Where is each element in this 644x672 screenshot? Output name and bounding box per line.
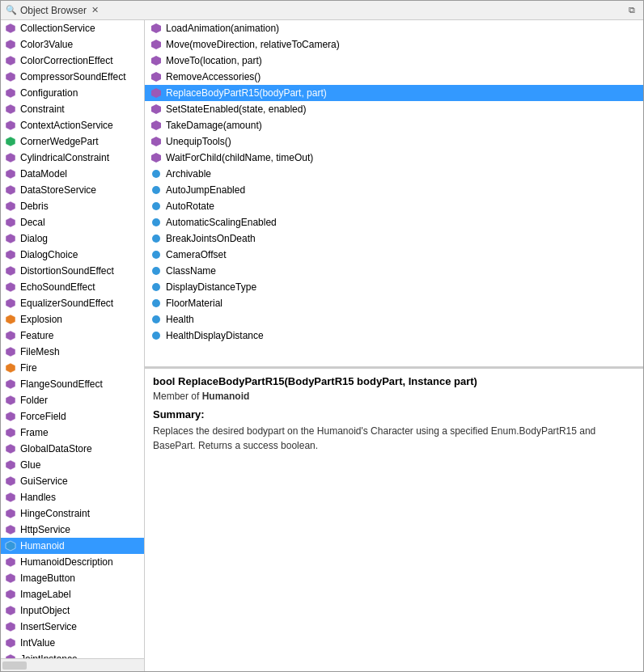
- svg-marker-28: [6, 476, 15, 486]
- class-list-scroll[interactable]: CollectionServiceColor3ValueColorCorrect…: [1, 20, 144, 658]
- undock-button[interactable]: ⧉: [625, 3, 638, 17]
- class-list-item[interactable]: Constraint: [1, 101, 144, 117]
- class-list-item[interactable]: Decal: [1, 214, 144, 230]
- class-list-item[interactable]: HumanoidDescription: [1, 554, 144, 570]
- method-list-item[interactable]: TakeDamage(amount): [145, 117, 643, 133]
- class-list-item[interactable]: IntValue: [1, 635, 144, 651]
- class-list-item[interactable]: Fire: [1, 360, 144, 376]
- method-list-item[interactable]: Move(moveDirection, relativeToCamera): [145, 36, 643, 53]
- left-scroll-thumb[interactable]: [2, 661, 27, 670]
- method-list-item[interactable]: AutoJumpEnabled: [145, 182, 643, 198]
- class-list-item[interactable]: HttpService: [1, 522, 144, 538]
- class-list-item[interactable]: GuiService: [1, 473, 144, 489]
- property-icon: [150, 297, 163, 310]
- svg-point-49: [152, 170, 160, 178]
- class-list-item[interactable]: ContextActionService: [1, 117, 144, 133]
- method-label: WaitForChild(childName, timeOut): [166, 152, 313, 163]
- class-list-item[interactable]: Configuration: [1, 85, 144, 101]
- class-list-item[interactable]: Color3Value: [1, 36, 144, 53]
- class-list-item[interactable]: FileMesh: [1, 344, 144, 360]
- svg-point-53: [152, 235, 160, 243]
- class-list-item[interactable]: Explosion: [1, 311, 144, 328]
- class-list-item[interactable]: EchoSoundEffect: [1, 279, 144, 295]
- method-list-item[interactable]: RemoveAccessories(): [145, 69, 643, 85]
- left-bottom-scrollbar[interactable]: [1, 658, 144, 671]
- svg-marker-18: [6, 315, 15, 324]
- method-list-item[interactable]: Archivable: [145, 166, 643, 182]
- class-list-item[interactable]: HingeConstraint: [1, 505, 144, 522]
- method-list-item[interactable]: UnequipTools(): [145, 133, 643, 150]
- method-label: DisplayDistanceType: [166, 281, 256, 293]
- class-list-item[interactable]: GlobalDataStore: [1, 441, 144, 457]
- property-icon: [150, 167, 163, 180]
- class-label: Dialog: [20, 233, 48, 244]
- method-list-item[interactable]: AutomaticScalingEnabled: [145, 214, 643, 230]
- class-list-item[interactable]: DataModel: [1, 166, 144, 182]
- class-list-item[interactable]: ImageLabel: [1, 586, 144, 602]
- svg-marker-31: [6, 525, 15, 535]
- class-list-item[interactable]: JointInstance: [1, 651, 144, 658]
- svg-point-52: [152, 218, 160, 226]
- class-list-item[interactable]: FlangeSoundEffect: [1, 376, 144, 392]
- svg-marker-45: [151, 104, 161, 114]
- class-list-item[interactable]: Frame: [1, 425, 144, 441]
- svg-marker-26: [6, 444, 15, 454]
- class-icon: [4, 70, 17, 83]
- class-list-item[interactable]: CompressorSoundEffect: [1, 69, 144, 85]
- method-list-item[interactable]: AutoRotate: [145, 198, 643, 214]
- class-list-item[interactable]: Debris: [1, 198, 144, 214]
- window-title: Object Browser: [20, 5, 87, 16]
- method-list-item[interactable]: WaitForChild(childName, timeOut): [145, 150, 643, 166]
- class-label: Frame: [20, 427, 49, 438]
- svg-marker-10: [6, 185, 15, 195]
- class-list-item[interactable]: ImageButton: [1, 570, 144, 586]
- method-label: UnequipTools(): [166, 136, 231, 147]
- class-icon: [4, 54, 17, 67]
- title-bar: 🔍 Object Browser ✕ ⧉: [1, 1, 643, 20]
- class-label: Constraint: [20, 104, 65, 115]
- method-list-item[interactable]: SetStateEnabled(state, enabled): [145, 101, 643, 117]
- method-list-item[interactable]: BreakJointsOnDeath: [145, 230, 643, 247]
- left-panel-inner: CollectionServiceColor3ValueColorCorrect…: [1, 20, 144, 658]
- property-icon: [150, 200, 163, 213]
- class-icon: [4, 636, 17, 649]
- class-list-item[interactable]: DistortionSoundEffect: [1, 263, 144, 279]
- method-list-item[interactable]: ReplaceBodyPartR15(bodyPart, part): [145, 85, 643, 101]
- desc-summary-label: Summary:: [153, 408, 635, 421]
- class-list-item[interactable]: Handles: [1, 489, 144, 505]
- class-list-item[interactable]: DialogChoice: [1, 247, 144, 263]
- class-list-item[interactable]: ColorCorrectionEffect: [1, 53, 144, 69]
- method-list-item[interactable]: HealthDisplayDistance: [145, 328, 643, 344]
- class-list-item[interactable]: Folder: [1, 392, 144, 408]
- method-list-item[interactable]: Health: [145, 311, 643, 328]
- class-list-item[interactable]: ForceField: [1, 408, 144, 425]
- class-list-item[interactable]: Feature: [1, 328, 144, 344]
- class-list-item[interactable]: Dialog: [1, 230, 144, 247]
- method-list-item[interactable]: LoadAnimation(animation): [145, 20, 643, 36]
- class-icon: [4, 459, 17, 471]
- class-list-item[interactable]: Glue: [1, 457, 144, 473]
- method-list-item[interactable]: CameraOffset: [145, 247, 643, 263]
- property-icon: [150, 329, 163, 342]
- class-icon: [4, 281, 17, 294]
- method-label: LoadAnimation(animation): [166, 23, 279, 34]
- close-tab-button[interactable]: ✕: [90, 5, 100, 15]
- method-list-item[interactable]: ClassName: [145, 263, 643, 279]
- svg-marker-5: [6, 104, 15, 114]
- class-icon: [4, 167, 17, 180]
- class-list-item[interactable]: CylindricalConstraint: [1, 150, 144, 166]
- method-list-item[interactable]: DisplayDistanceType: [145, 279, 643, 295]
- class-list-item[interactable]: InsertService: [1, 619, 144, 635]
- svg-marker-30: [6, 509, 15, 518]
- svg-marker-25: [6, 428, 15, 437]
- class-list-item[interactable]: InputObject: [1, 602, 144, 619]
- class-list-item[interactable]: DataStoreService: [1, 182, 144, 198]
- class-list-item[interactable]: EqualizerSoundEffect: [1, 295, 144, 311]
- class-list-item[interactable]: Humanoid: [1, 538, 144, 554]
- class-label: InputObject: [20, 605, 70, 616]
- class-list-item[interactable]: CornerWedgePart: [1, 133, 144, 150]
- method-list-item[interactable]: MoveTo(location, part): [145, 53, 643, 69]
- method-list-scroll[interactable]: LoadAnimation(animation)Move(moveDirecti…: [145, 20, 643, 367]
- method-list-item[interactable]: FloorMaterial: [145, 295, 643, 311]
- class-list-item[interactable]: CollectionService: [1, 20, 144, 36]
